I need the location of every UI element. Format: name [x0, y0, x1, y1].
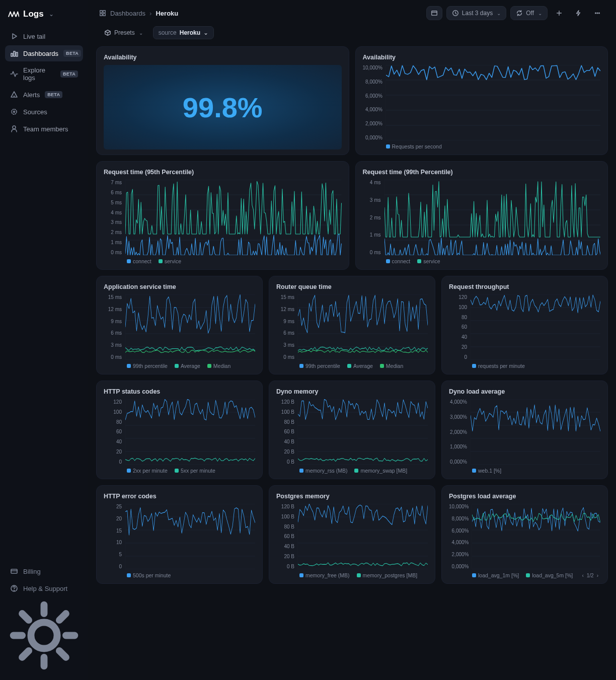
chart: 120100806040200 — [104, 399, 255, 465]
more-button[interactable] — [590, 7, 605, 20]
workspace-switcher[interactable]: Logs ⌄ — [5, 7, 83, 28]
chart: 7 ms6 ms5 ms4 ms3 ms2 ms1 ms0 ms — [104, 180, 342, 255]
sidebar-item-label: Sources — [23, 108, 47, 116]
time-range-label: Last 3 days — [462, 10, 493, 17]
legend: 99th percentileAverageMedian — [104, 363, 255, 369]
chart: 15 ms12 ms9 ms6 ms3 ms0 ms — [276, 294, 428, 360]
chevron-down-icon: ⌄ — [538, 11, 542, 16]
bolt-icon — [575, 10, 582, 17]
dashboard-grid: Availability 99.8% Availability 10,000%8… — [96, 46, 608, 584]
layout-icon — [431, 10, 438, 17]
card-request-time-95[interactable]: Request time (95th Percentile) 7 ms6 ms5… — [96, 161, 349, 270]
card-request-throughput[interactable]: Request throughput 120100806040200 reque… — [441, 276, 608, 374]
sidebar-item-label: Help & Support — [23, 585, 67, 592]
svg-rect-13 — [100, 14, 102, 16]
sidebar-item-explore-logs[interactable]: Explore logs BETA — [5, 62, 83, 86]
cube-icon — [104, 29, 111, 36]
theme-toggle[interactable] — [5, 597, 83, 675]
presets-label: Presets — [114, 29, 135, 36]
legend-pager[interactable]: ‹ 1/2 › — [582, 573, 598, 578]
y-axis: 10,000%8,000%6,000%4,000%2,000%0,000% — [363, 65, 386, 140]
sidebar: Logs ⌄ Live tail Dashboards BETA Explore… — [0, 0, 88, 680]
sidebar-item-billing[interactable]: Billing — [5, 563, 83, 579]
time-range-button[interactable]: Last 3 days⌄ — [446, 6, 506, 20]
svg-rect-12 — [103, 11, 105, 13]
main: Dashboards › Heroku Last 3 days⌄ Off⌄ Pr… — [88, 0, 616, 680]
card-title: Dyno memory — [276, 388, 428, 395]
breadcrumb: Dashboards › Heroku — [99, 10, 178, 17]
sun-icon — [9, 664, 79, 672]
svg-rect-11 — [100, 11, 102, 13]
card-dyno-memory[interactable]: Dyno memory 120 B100 B80 B60 B40 B20 B0 … — [269, 381, 435, 479]
presets-button[interactable]: Presets ⌄ — [99, 26, 148, 39]
sidebar-item-help[interactable]: Help & Support — [5, 580, 83, 596]
chart: 120 B100 B80 B60 B40 B20 B0 B — [276, 504, 428, 569]
plot-area — [125, 399, 255, 465]
card-postgres-memory[interactable]: Postgres memory 120 B100 B80 B60 B40 B20… — [269, 485, 435, 584]
filter-value: Heroku — [180, 29, 200, 36]
card-postgres-load[interactable]: Postgres load average 10,000%8,000%6,000… — [441, 485, 608, 584]
chevron-right-icon[interactable]: › — [597, 573, 598, 578]
sidebar-item-sources[interactable]: Sources — [5, 104, 83, 120]
y-axis: 15 ms12 ms9 ms6 ms3 ms0 ms — [276, 294, 297, 360]
pulse-icon — [10, 70, 18, 78]
card-http-status[interactable]: HTTP status codes 120100806040200 2xx pe… — [96, 381, 263, 479]
legend: connectservice — [363, 258, 601, 264]
svg-rect-1 — [14, 51, 15, 56]
svg-rect-2 — [16, 52, 18, 56]
card-availability-chart[interactable]: Availability 10,000%8,000%6,000%4,000%2,… — [355, 46, 608, 155]
card-router-queue-time[interactable]: Router queue time 15 ms12 ms9 ms6 ms3 ms… — [269, 276, 435, 374]
card-title: Postgres memory — [276, 493, 428, 500]
sidebar-item-live-tail[interactable]: Live tail — [5, 28, 83, 44]
legend: 99th percentileAverageMedian — [276, 363, 428, 369]
plot-area — [470, 294, 600, 360]
plot-area — [297, 504, 428, 569]
plot-area — [297, 399, 428, 465]
svg-point-10 — [31, 622, 57, 648]
chevron-down-icon: ⌄ — [497, 11, 501, 16]
chevron-down-icon: ⌄ — [49, 11, 54, 18]
card-availability-big[interactable]: Availability 99.8% — [96, 46, 349, 155]
card-request-time-99[interactable]: Request time (99th Percentile) 4 ms3 ms2… — [355, 161, 608, 270]
card-title: Postgres load average — [449, 493, 600, 500]
svg-point-9 — [14, 590, 15, 591]
auto-refresh-button[interactable]: Off⌄ — [510, 6, 548, 20]
topbar: Dashboards › Heroku Last 3 days⌄ Off⌄ — [88, 0, 616, 20]
beta-badge: BETA — [63, 50, 81, 57]
legend: requests per minute — [449, 363, 600, 369]
flash-button[interactable] — [571, 7, 586, 20]
plot-area — [384, 180, 601, 255]
card-app-service-time[interactable]: Application service time 15 ms12 ms9 ms6… — [96, 276, 263, 374]
svg-point-19 — [599, 13, 600, 14]
card-title: HTTP error codes — [104, 493, 255, 500]
sidebar-item-label: Alerts — [23, 91, 40, 99]
add-panel-button[interactable] — [552, 7, 567, 20]
svg-rect-15 — [432, 11, 437, 16]
legend: memory_rss (MB)memory_swap [MB] — [276, 468, 428, 474]
breadcrumb-root[interactable]: Dashboards — [110, 10, 145, 17]
chevron-left-icon[interactable]: ‹ — [582, 573, 583, 578]
brand-name: Logs — [23, 9, 44, 19]
big-number-value: 99.8% — [183, 91, 263, 124]
card-title: Availability — [104, 54, 342, 61]
layout-button[interactable] — [426, 6, 442, 20]
user-icon — [10, 125, 18, 133]
svg-point-4 — [12, 109, 17, 114]
chart-icon — [10, 49, 18, 57]
card-http-error[interactable]: HTTP error codes 2520151050 500s per min… — [96, 485, 263, 584]
sidebar-item-alerts[interactable]: Alerts BETA — [5, 87, 83, 103]
card-title: Availability — [363, 54, 601, 61]
big-number: 99.8% — [104, 65, 342, 149]
y-axis: 7 ms6 ms5 ms4 ms3 ms2 ms1 ms0 ms — [104, 180, 125, 255]
breadcrumb-current: Heroku — [156, 10, 178, 17]
svg-rect-0 — [11, 53, 13, 56]
legend: connectservice — [104, 258, 342, 264]
card-title: Application service time — [104, 283, 255, 290]
legend: memory_free (MB)memory_postgres [MB] — [276, 572, 428, 578]
sidebar-item-team-members[interactable]: Team members — [5, 121, 83, 137]
sidebar-item-dashboards[interactable]: Dashboards BETA — [5, 45, 83, 61]
filter-chip[interactable]: source Heroku ⌄ — [153, 26, 214, 39]
sidebar-item-label: Team members — [23, 125, 68, 133]
card-dyno-load[interactable]: Dyno load average 4,000%3,000%2,000%1,00… — [441, 381, 608, 479]
toolbar: Last 3 days⌄ Off⌄ — [426, 6, 605, 20]
